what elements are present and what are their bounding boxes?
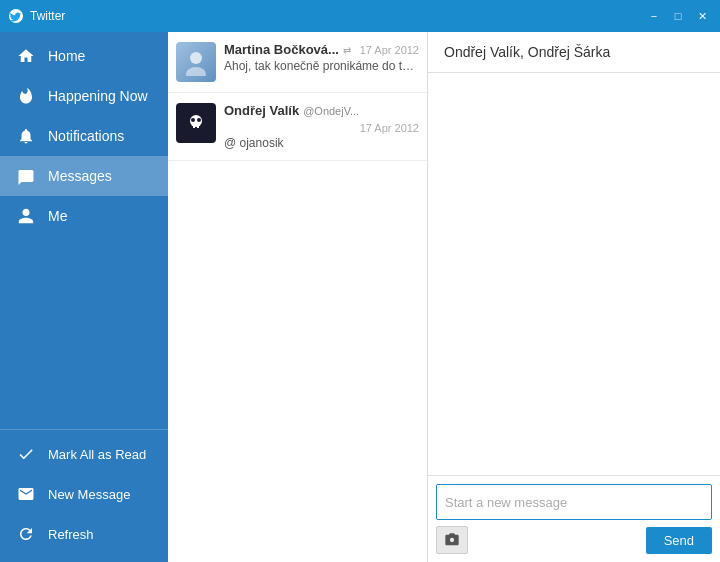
sidebar-item-happening-now-label: Happening Now xyxy=(48,88,148,104)
sidebar-item-mark-read[interactable]: Mark All as Read xyxy=(0,434,168,474)
messages-icon xyxy=(16,166,36,186)
message-date: 17 Apr 2012 xyxy=(360,122,419,134)
sidebar-item-messages[interactable]: Messages xyxy=(0,156,168,196)
message-text: @ ojanosik xyxy=(224,136,419,150)
compose-area: Send xyxy=(428,475,720,562)
message-sender: Martina Bočková... xyxy=(224,42,339,57)
avatar xyxy=(176,103,216,143)
message-sender: Ondřej Valík xyxy=(224,103,299,118)
sidebar: Home Happening Now Notifications xyxy=(0,32,168,562)
message-header-row: Martina Bočková... ⇄ 17 Apr 2012 xyxy=(224,42,419,57)
conversation-participants: Ondřej Valík, Ondřej Šárka xyxy=(444,44,610,60)
list-item[interactable]: Ondřej Valík @OndejV... 17 Apr 2012 @ oj… xyxy=(168,93,427,161)
sidebar-bottom: Mark All as Read New Message Refresh xyxy=(0,429,168,562)
sidebar-item-notifications[interactable]: Notifications xyxy=(0,116,168,156)
conversation-header: Ondřej Valík, Ondřej Šárka xyxy=(428,32,720,73)
message-header-row: Ondřej Valík @OndejV... 17 Apr 2012 xyxy=(224,103,419,134)
compose-actions: Send xyxy=(436,526,712,554)
bell-icon xyxy=(16,126,36,146)
sidebar-nav: Home Happening Now Notifications xyxy=(0,32,168,429)
message-text: Ahoj, tak konečně pronikáme do tajů Twit… xyxy=(224,59,419,73)
sidebar-item-me-label: Me xyxy=(48,208,67,224)
maximize-button[interactable]: □ xyxy=(668,6,688,26)
refresh-label: Refresh xyxy=(48,527,94,542)
retweet-icon: ⇄ xyxy=(343,45,351,56)
svg-point-5 xyxy=(191,118,195,122)
svg-point-6 xyxy=(197,118,201,122)
messages-list: Martina Bočková... ⇄ 17 Apr 2012 Ahoj, t… xyxy=(168,32,428,562)
compose-icon xyxy=(16,484,36,504)
window-controls: − □ ✕ xyxy=(644,6,712,26)
sidebar-item-messages-label: Messages xyxy=(48,168,112,184)
message-body: Martina Bočková... ⇄ 17 Apr 2012 Ahoj, t… xyxy=(224,42,419,82)
send-button[interactable]: Send xyxy=(646,527,712,554)
sidebar-item-home[interactable]: Home xyxy=(0,36,168,76)
refresh-icon xyxy=(16,524,36,544)
mark-read-label: Mark All as Read xyxy=(48,447,146,462)
main-content: Martina Bočková... ⇄ 17 Apr 2012 Ahoj, t… xyxy=(168,32,720,562)
camera-button[interactable] xyxy=(436,526,468,554)
sidebar-item-new-message[interactable]: New Message xyxy=(0,474,168,514)
avatar xyxy=(176,42,216,82)
sidebar-item-refresh[interactable]: Refresh xyxy=(0,514,168,554)
svg-point-2 xyxy=(186,67,206,76)
message-handle: @OndejV... xyxy=(303,105,359,117)
conversation-body xyxy=(428,73,720,475)
app-title: Twitter xyxy=(30,9,644,23)
sidebar-item-happening-now[interactable]: Happening Now xyxy=(0,76,168,116)
close-button[interactable]: ✕ xyxy=(692,6,712,26)
app-body: Home Happening Now Notifications xyxy=(0,32,720,562)
list-item[interactable]: Martina Bočková... ⇄ 17 Apr 2012 Ahoj, t… xyxy=(168,32,427,93)
message-date: 17 Apr 2012 xyxy=(360,44,419,56)
flame-icon xyxy=(16,86,36,106)
minimize-button[interactable]: − xyxy=(644,6,664,26)
compose-input[interactable] xyxy=(436,484,712,520)
svg-point-1 xyxy=(190,52,202,64)
home-icon xyxy=(16,46,36,66)
sidebar-item-me[interactable]: Me xyxy=(0,196,168,236)
svg-rect-9 xyxy=(192,124,200,126)
sidebar-item-notifications-label: Notifications xyxy=(48,128,124,144)
new-message-label: New Message xyxy=(48,487,130,502)
app-icon xyxy=(8,8,24,24)
message-body: Ondřej Valík @OndejV... 17 Apr 2012 @ oj… xyxy=(224,103,419,150)
person-icon xyxy=(16,206,36,226)
titlebar: Twitter − □ ✕ xyxy=(0,0,720,32)
conversation-panel: Ondřej Valík, Ondřej Šárka Send xyxy=(428,32,720,562)
sidebar-item-home-label: Home xyxy=(48,48,85,64)
check-icon xyxy=(16,444,36,464)
